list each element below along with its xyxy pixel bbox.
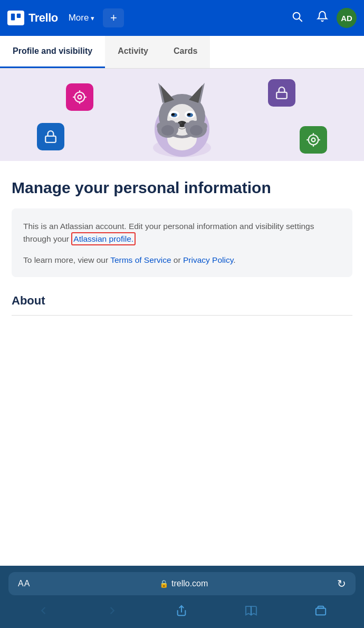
top-nav: Trello More ▾ + AD [0,0,364,36]
svg-rect-11 [45,136,56,142]
svg-rect-48 [316,608,325,615]
tab-cards[interactable]: Cards [161,36,210,68]
create-button[interactable]: + [103,8,124,27]
notifications-button[interactable] [311,7,333,28]
tab-activity[interactable]: Activity [105,36,161,68]
svg-point-12 [309,135,319,145]
float-square-4 [300,126,327,154]
logo-text: Trello [28,11,58,25]
info-text-prefix: This is an Atlassian account. Edit your … [23,222,314,243]
search-button[interactable] [286,7,308,28]
share-icon [176,605,187,620]
bookmarks-button[interactable] [238,603,264,622]
avatar-initials: AD [341,14,352,23]
svg-point-31 [171,113,175,116]
tabs-icon [315,605,327,620]
banner [0,69,364,161]
nav-actions [8,601,356,624]
browser-bar: AA 🔒 trello.com ↻ [0,566,364,628]
tab-cards-label: Cards [174,46,197,55]
info-box: This is an Atlassian account. Edit your … [12,208,352,277]
svg-point-34 [179,122,182,124]
tos-paragraph: To learn more, view our Terms of Service… [23,254,341,267]
plus-icon: + [110,11,117,25]
trello-logo: Trello [7,11,58,25]
terms-link[interactable]: Terms of Service [110,255,171,264]
banner-illustration [0,69,364,161]
svg-point-40 [173,122,180,129]
svg-rect-0 [11,14,15,21]
bookmarks-icon [245,605,257,620]
more-label: More [69,13,89,23]
tos-prefix: To learn more, view our [23,255,110,264]
reload-button[interactable]: ↻ [337,577,346,590]
heading-section: Manage your personal information [0,161,364,208]
svg-point-45 [161,125,174,136]
float-square-1 [66,83,93,111]
url-display[interactable]: 🔒 trello.com [159,579,208,588]
back-icon [37,605,49,620]
chevron-down-icon: ▾ [91,14,94,22]
svg-rect-10 [276,92,287,99]
url-bar: AA 🔒 trello.com ↻ [8,572,356,595]
main-content: Manage your personal information This is… [0,69,364,393]
main-heading: Manage your personal information [12,178,352,198]
tab-profile[interactable]: Profile and visibility [0,36,105,68]
text-size-control[interactable]: AA [18,579,30,588]
about-section: About [0,277,364,324]
float-square-2 [268,79,295,107]
privacy-link[interactable]: Privacy Policy [183,255,233,264]
svg-point-46 [190,125,203,136]
tab-profile-label: Profile and visibility [13,46,92,55]
trello-logo-icon [7,11,24,25]
atlassian-profile-link[interactable]: Atlassian profile. [71,232,136,245]
tab-activity-label: Activity [118,46,148,55]
tabs-button[interactable] [309,603,333,622]
svg-point-4 [75,92,85,102]
svg-rect-1 [17,14,21,18]
float-square-3 [37,123,64,150]
share-button[interactable] [169,603,194,622]
forward-icon [107,605,118,620]
tos-mid: or [171,255,183,264]
dog-illustration [132,71,232,158]
forward-button[interactable] [100,603,124,622]
about-heading: About [12,294,352,308]
tos-suffix: . [233,255,235,264]
about-divider [12,315,352,316]
svg-point-5 [78,96,82,99]
more-button[interactable]: More ▾ [64,9,99,26]
search-icon [291,11,303,25]
url-text: trello.com [171,579,208,588]
svg-point-13 [312,138,315,142]
lock-icon: 🔒 [159,579,168,588]
avatar[interactable]: AD [337,8,357,28]
back-button[interactable] [31,603,55,622]
info-paragraph-1: This is an Atlassian account. Edit your … [23,220,341,245]
bell-icon [317,11,328,25]
tabs-bar: Profile and visibility Activity Cards [0,36,364,69]
svg-line-3 [299,18,302,21]
svg-point-32 [187,113,190,116]
